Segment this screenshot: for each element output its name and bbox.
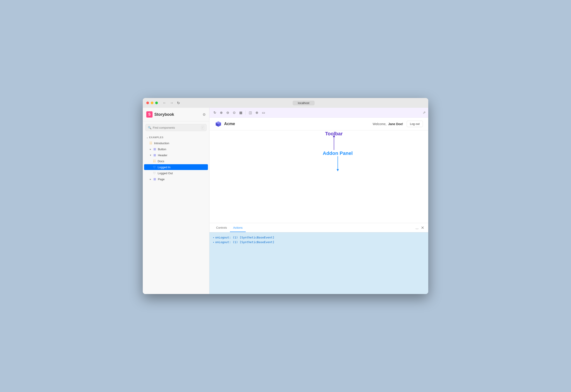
traffic-light-red[interactable] [146, 101, 149, 104]
acme-cube-icon [215, 120, 222, 127]
sidebar-item-introduction[interactable]: ☷ Introduction [144, 140, 208, 146]
toolbar: ↻ ⊕ ⊖ ⊙ ▦ ◫ ⊕ ▭ ⇗ [209, 108, 428, 118]
component-icon: ⊞ [153, 177, 156, 181]
addon-panel-label: Addon Panel [323, 151, 353, 156]
component-icon: ⊞ [153, 153, 156, 157]
component-header: Acme Welcome, Jane Doe! Log out [209, 118, 428, 130]
nav-item-label: Header [158, 154, 167, 157]
tab-controls[interactable]: Controls [213, 224, 230, 232]
external-link-button[interactable]: ⇗ [423, 111, 426, 115]
browser-window: ← → ↻ localhost S Storybook ⚙ 🔍 / [143, 98, 428, 294]
search-shortcut: / [201, 126, 204, 129]
traffic-light-yellow[interactable] [151, 101, 153, 104]
sidebar-item-button[interactable]: ► ⊞ Button [144, 146, 208, 152]
action-log-item: onLogout: (1) [SyntheticBaseEvent] [213, 235, 425, 240]
url-bar: localhost [183, 101, 425, 105]
section-label: EXAMPLES [149, 136, 164, 139]
nav-buttons: ← → ↻ [162, 100, 181, 106]
bookmark-icon: ♡ [153, 171, 156, 175]
search-icon: 🔍 [148, 126, 151, 129]
addon-tab-actions: ⎵ ✕ [415, 225, 425, 231]
nav-item-label: Docs [158, 160, 164, 163]
acme-nav: Welcome, Jane Doe! Log out [373, 121, 423, 127]
title-bar: ← → ↻ localhost [143, 98, 428, 108]
expand-icon: ► [149, 178, 152, 181]
toolbar-divider [245, 111, 246, 115]
acme-logo-text: Acme [224, 122, 235, 126]
action-log-item: onLogout: (1) [SyntheticBaseEvent] [213, 240, 425, 244]
reload-button[interactable]: ↻ [176, 100, 181, 106]
toolbar-arrow [334, 137, 334, 150]
addon-panel-annotation: Addon Panel [323, 151, 353, 169]
forward-button[interactable]: → [169, 100, 174, 106]
bookmark-icon: ♡ [153, 165, 156, 169]
zoom-out-button[interactable]: ⊖ [225, 109, 230, 116]
component-icon: ⊞ [153, 147, 156, 151]
expand-icon: ► [149, 148, 152, 151]
sidebar: S Storybook ⚙ 🔍 / ⌄ EXAMPLES ☷ Introduct… [143, 108, 209, 294]
preview-area: Acme Welcome, Jane Doe! Log out Toolbar [209, 118, 428, 223]
expand-icon: ▼ [149, 154, 152, 156]
zoom-reset-button[interactable]: ⊙ [231, 109, 237, 116]
sidebar-item-header[interactable]: ▼ ⊞ Header [144, 152, 208, 158]
logout-button[interactable]: Log out [407, 121, 423, 127]
logo-icon: S [146, 111, 153, 118]
nav-item-label: Logged Out [158, 171, 173, 175]
doc-icon: ☷ [153, 159, 156, 163]
doc-icon: ☷ [149, 141, 152, 145]
sidebar-header: S Storybook ⚙ [143, 108, 209, 121]
addon-tabs: Controls Actions ⎵ ✕ [209, 223, 428, 232]
back-button[interactable]: ← [162, 100, 167, 106]
settings-icon[interactable]: ⚙ [202, 112, 206, 117]
outline-button[interactable]: ▭ [261, 109, 266, 116]
sidebar-item-header-logged-out[interactable]: ♡ Logged Out [144, 170, 208, 176]
url-display[interactable]: localhost [293, 101, 315, 105]
reload-toolbar-button[interactable]: ↻ [212, 109, 218, 116]
sidebar-logo: S Storybook [146, 111, 174, 118]
search-input[interactable] [153, 126, 200, 129]
sidebar-item-page[interactable]: ► ⊞ Page [144, 176, 208, 182]
main-content: ↻ ⊕ ⊖ ⊙ ▦ ◫ ⊕ ▭ ⇗ [209, 108, 428, 294]
nav-item-label: Introduction [154, 141, 169, 145]
toolbar-annotation: Toolbar [325, 131, 343, 150]
fullscreen-button[interactable]: ▦ [238, 109, 244, 116]
toolbar-label: Toolbar [325, 131, 343, 137]
acme-logo-area: Acme [215, 120, 235, 127]
close-panel-button[interactable]: ✕ [420, 225, 425, 231]
nav-item-label: Button [158, 148, 166, 151]
sidebar-item-header-docs[interactable]: ☷ Docs [144, 158, 208, 164]
tab-actions[interactable]: Actions [230, 224, 246, 232]
nav-item-label: Page [158, 178, 165, 181]
user-name: Jane Doe! [388, 122, 403, 126]
nav-section-examples: ⌄ EXAMPLES ☷ Introduction ► ⊞ Button ▼ [143, 134, 209, 183]
search-bar[interactable]: 🔍 / [145, 124, 207, 131]
welcome-text: Welcome, Jane Doe! [373, 122, 403, 126]
addon-panel-arrow [338, 156, 338, 169]
app-container: S Storybook ⚙ 🔍 / ⌄ EXAMPLES ☷ Introduct… [143, 108, 428, 294]
chevron-icon: ⌄ [146, 136, 148, 139]
nav-item-label: Logged In [158, 166, 171, 169]
sidebar-item-header-logged-in[interactable]: ♡ Logged In [144, 164, 208, 170]
traffic-light-green[interactable] [155, 101, 158, 104]
zoom-in-button[interactable]: ⊕ [219, 109, 224, 116]
viewport-button[interactable]: ◫ [247, 109, 253, 116]
section-header-examples[interactable]: ⌄ EXAMPLES [143, 135, 209, 140]
addon-panel: Controls Actions ⎵ ✕ onLogout: (1) [Synt… [209, 223, 428, 294]
app-name: Storybook [154, 112, 174, 117]
grid-button[interactable]: ⊕ [254, 109, 260, 116]
actions-content: onLogout: (1) [SyntheticBaseEvent] onLog… [209, 232, 428, 294]
split-view-button[interactable]: ⎵ [415, 225, 419, 230]
